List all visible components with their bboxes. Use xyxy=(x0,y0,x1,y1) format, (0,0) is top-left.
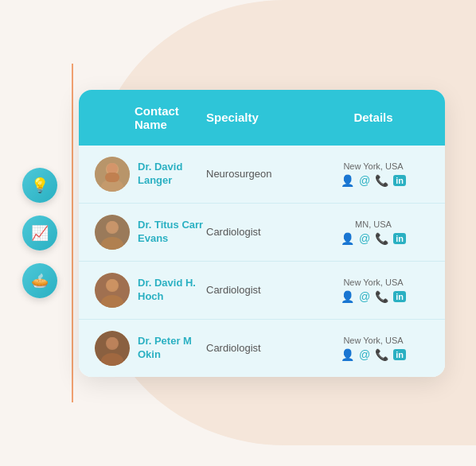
vertical-divider xyxy=(72,64,73,402)
detail-icons-row: 👤 @ 📞 in xyxy=(318,174,429,187)
avatar xyxy=(95,331,130,366)
svg-rect-4 xyxy=(105,173,119,182)
specialty-cell: Cardiologist xyxy=(206,226,318,238)
pie-chart-icon-btn[interactable]: 🥧 xyxy=(22,263,57,298)
pie-chart-icon: 🥧 xyxy=(31,272,49,289)
table-header: Contact Name Specialty Details xyxy=(79,90,445,146)
linkedin-icon[interactable]: in xyxy=(393,349,406,360)
phone-icon[interactable]: 📞 xyxy=(375,174,388,187)
header-specialty: Specialty xyxy=(206,104,318,131)
profile-icon[interactable]: 👤 xyxy=(341,290,354,303)
contact-cell: Dr. Titus Carr Evans xyxy=(95,215,206,250)
phone-icon[interactable]: 📞 xyxy=(375,290,388,303)
specialty-cell: Cardiologist xyxy=(206,284,318,296)
email-icon[interactable]: @ xyxy=(359,232,370,245)
contact-name[interactable]: Dr. David Langer xyxy=(138,161,206,188)
avatar xyxy=(95,157,130,192)
specialty-cell: Neurosurgeon xyxy=(206,168,318,180)
contact-name[interactable]: Dr. David H. Hoch xyxy=(138,277,206,304)
table-row: Dr. Peter M Okin Cardiologist New York, … xyxy=(79,320,445,377)
svg-point-3 xyxy=(107,163,118,174)
phone-icon[interactable]: 📞 xyxy=(375,348,388,361)
lightbulb-icon-btn[interactable]: 💡 xyxy=(22,168,57,203)
bar-chart-icon: 📈 xyxy=(31,224,49,242)
table-row: Dr. David Langer Neurosurgeon New York, … xyxy=(79,146,445,204)
profile-icon[interactable]: 👤 xyxy=(341,348,354,361)
page-wrapper: 💡 📈 🥧 Contact Name Specialty Details xyxy=(0,0,476,466)
linkedin-icon[interactable]: in xyxy=(393,291,406,302)
contact-cell: Dr. Peter M Okin xyxy=(95,331,206,366)
linkedin-icon[interactable]: in xyxy=(393,233,406,244)
phone-icon[interactable]: 📞 xyxy=(375,232,388,245)
location-text: MN, USA xyxy=(318,219,429,229)
email-icon[interactable]: @ xyxy=(359,290,370,303)
svg-point-12 xyxy=(107,279,118,290)
table-body: Dr. David Langer Neurosurgeon New York, … xyxy=(79,146,445,377)
email-icon[interactable]: @ xyxy=(359,348,370,361)
avatar xyxy=(95,273,130,308)
svg-point-16 xyxy=(107,337,118,348)
detail-icons-row: 👤 @ 📞 in xyxy=(318,348,429,361)
profile-icon[interactable]: 👤 xyxy=(341,174,354,187)
lightbulb-icon: 💡 xyxy=(31,177,49,194)
contact-cell: Dr. David Langer xyxy=(95,157,206,192)
header-contact-name: Contact Name xyxy=(95,104,206,131)
contact-cell: Dr. David H. Hoch xyxy=(95,273,206,308)
linkedin-icon[interactable]: in xyxy=(393,175,406,186)
details-cell: New York, USA 👤 @ 📞 in xyxy=(318,336,429,361)
contacts-card: Contact Name Specialty Details xyxy=(79,90,445,377)
location-text: New York, USA xyxy=(318,161,429,171)
header-details: Details xyxy=(318,104,429,131)
contact-name[interactable]: Dr. Peter M Okin xyxy=(138,335,206,362)
table-row: Dr. David H. Hoch Cardiologist New York,… xyxy=(79,262,445,320)
detail-icons-row: 👤 @ 📞 in xyxy=(318,232,429,245)
specialty-cell: Cardiologist xyxy=(206,342,318,354)
location-text: New York, USA xyxy=(318,278,429,287)
table-row: Dr. Titus Carr Evans Cardiologist MN, US… xyxy=(79,204,445,262)
details-cell: New York, USA 👤 @ 📞 in xyxy=(318,161,429,187)
details-cell: New York, USA 👤 @ 📞 in xyxy=(318,278,429,303)
sidebar-icons: 💡 📈 🥧 xyxy=(22,168,57,298)
detail-icons-row: 👤 @ 📞 in xyxy=(318,290,429,303)
chart-icon-btn[interactable]: 📈 xyxy=(22,216,57,250)
profile-icon[interactable]: 👤 xyxy=(341,232,354,245)
contact-name[interactable]: Dr. Titus Carr Evans xyxy=(138,219,206,246)
location-text: New York, USA xyxy=(318,336,429,345)
avatar xyxy=(95,215,130,250)
email-icon[interactable]: @ xyxy=(359,174,370,187)
details-cell: MN, USA 👤 @ 📞 in xyxy=(318,219,429,245)
svg-point-8 xyxy=(107,221,118,232)
